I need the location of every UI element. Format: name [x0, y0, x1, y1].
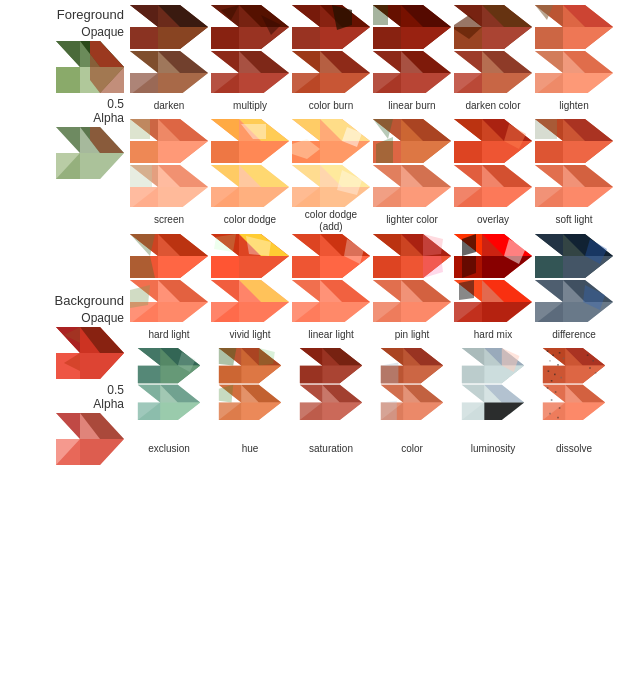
svg-rect-299: [559, 352, 561, 354]
label-colordodge: color dodge: [224, 209, 276, 231]
blend-img-lightercolor: [373, 119, 451, 207]
blend-cell-softlight: soft light: [535, 119, 613, 232]
svg-marker-194: [320, 302, 370, 322]
svg-marker-141: [482, 141, 532, 163]
svg-marker-173: [130, 285, 150, 308]
svg-marker-262: [300, 348, 322, 366]
svg-marker-95: [130, 141, 158, 163]
svg-marker-60: [401, 27, 451, 49]
svg-marker-232: [535, 280, 563, 302]
svg-marker-4: [56, 67, 80, 93]
svg-rect-317: [555, 391, 557, 393]
blend-cell-pinlight: pin light: [373, 234, 451, 346]
svg-marker-219: [482, 302, 532, 322]
label-darkencolor: darken color: [465, 95, 520, 117]
svg-marker-315: [543, 402, 565, 420]
svg-marker-132: [373, 119, 393, 139]
svg-marker-46: [211, 73, 239, 93]
blend-cell-darken: darken: [130, 5, 208, 117]
blend-img-hardlight: [130, 234, 208, 322]
blend-img-hardmix: [454, 234, 532, 322]
svg-marker-149: [454, 187, 482, 207]
svg-marker-154: [535, 141, 563, 163]
blend-img-linearlight: [292, 234, 370, 322]
blend-cell-luminosity: luminosity: [454, 348, 532, 460]
foreground-label: Foreground: [57, 7, 124, 22]
blend-img-difference: [535, 234, 613, 322]
svg-marker-9: [80, 153, 124, 179]
svg-rect-321: [557, 417, 559, 419]
svg-marker-50: [292, 5, 320, 27]
blend-grid: darken: [130, 5, 627, 465]
blend-img-color: [373, 348, 451, 436]
svg-rect-297: [547, 350, 549, 352]
label-exclusion: exclusion: [148, 438, 190, 460]
label-linearburn: linear burn: [388, 95, 435, 117]
svg-marker-105: [239, 141, 289, 163]
label-color: color: [401, 438, 423, 460]
svg-marker-274: [381, 362, 399, 383]
blend-cell-hardlight: hard light: [130, 234, 208, 346]
svg-marker-67: [373, 51, 401, 73]
svg-marker-148: [454, 165, 482, 187]
blend-img-colordodgeadd: [292, 119, 370, 207]
label-colorburn: color burn: [309, 95, 353, 117]
blend-img-pinlight: [373, 234, 451, 322]
svg-rect-301: [557, 364, 559, 366]
svg-marker-291: [462, 402, 484, 420]
label-lightercolor: lighter color: [386, 209, 438, 231]
svg-marker-62: [373, 27, 401, 49]
svg-marker-285: [462, 366, 484, 384]
svg-rect-310: [595, 372, 597, 374]
svg-marker-208: [373, 302, 401, 322]
svg-rect-298: [552, 354, 554, 356]
label-pinlight: pin light: [395, 324, 429, 346]
blend-cell-colordodgeadd: color dodge(add): [292, 119, 370, 232]
svg-rect-320: [549, 413, 551, 415]
svg-marker-142: [454, 119, 482, 141]
svg-marker-90: [535, 73, 563, 93]
svg-marker-289: [484, 402, 524, 420]
svg-marker-245: [138, 402, 160, 420]
svg-marker-15: [80, 353, 124, 379]
svg-marker-112: [211, 165, 239, 187]
blend-img-colordodge: [211, 119, 289, 207]
svg-marker-233: [535, 302, 563, 322]
svg-rect-303: [548, 370, 550, 372]
svg-marker-222: [459, 280, 474, 300]
svg-marker-27: [158, 27, 208, 49]
svg-marker-11: [56, 153, 80, 179]
svg-marker-34: [130, 73, 158, 93]
svg-marker-266: [322, 402, 362, 420]
blend-cell-darkencolor: darken color: [454, 5, 532, 117]
svg-marker-22: [80, 439, 124, 465]
svg-marker-202: [423, 234, 443, 256]
blend-cell-hue: hue: [211, 348, 289, 460]
svg-marker-45: [211, 51, 239, 73]
svg-marker-163: [158, 256, 208, 278]
svg-marker-207: [373, 280, 401, 302]
blend-row-4: exclusion: [130, 348, 627, 460]
svg-marker-39: [211, 27, 239, 49]
svg-rect-306: [551, 380, 553, 382]
svg-marker-271: [403, 366, 443, 384]
svg-marker-44: [239, 73, 289, 93]
svg-marker-56: [292, 51, 320, 73]
svg-marker-160: [535, 187, 563, 207]
svg-marker-227: [535, 256, 563, 278]
blend-cell-dissolve: dissolve: [535, 348, 613, 460]
svg-marker-137: [373, 165, 401, 187]
svg-marker-231: [563, 302, 613, 322]
blend-img-exclusion: [130, 348, 208, 436]
blend-cell-hardmix: hard mix: [454, 234, 532, 346]
svg-marker-252: [259, 348, 275, 366]
label-overlay: overlay: [477, 209, 509, 231]
svg-marker-250: [219, 366, 241, 384]
svg-marker-77: [482, 73, 532, 93]
svg-marker-278: [381, 385, 403, 403]
svg-marker-136: [401, 187, 451, 207]
svg-marker-89: [535, 51, 563, 73]
svg-marker-225: [563, 256, 613, 278]
blend-cell-multiply: multiply: [211, 5, 289, 117]
svg-marker-280: [381, 401, 397, 420]
